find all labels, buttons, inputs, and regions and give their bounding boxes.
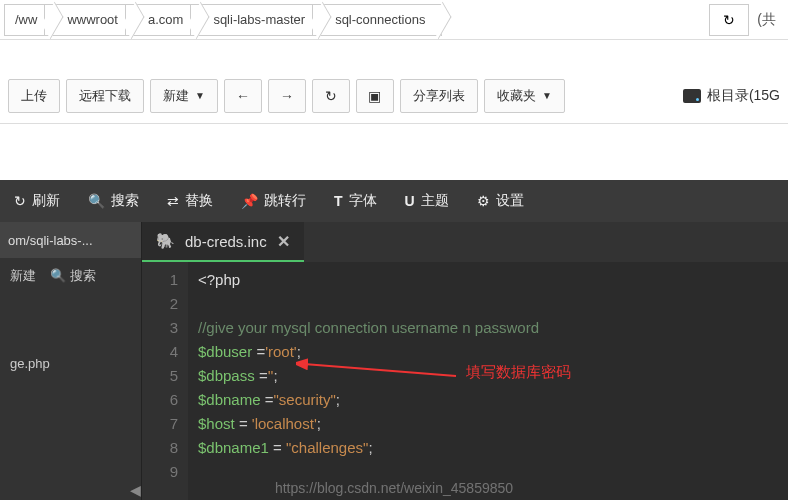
terminal-button[interactable]: ▣ xyxy=(356,79,394,113)
editor-sidebar: om/sqli-labs-... 新建 🔍 搜索 ge.php xyxy=(0,222,142,500)
magnet-icon: U xyxy=(405,193,415,209)
editor-settings-button[interactable]: ⚙设置 xyxy=(463,180,538,222)
editor-toolbar: ↻刷新 🔍搜索 ⇄替换 📌跳转行 T字体 U主题 ⚙设置 xyxy=(0,180,788,222)
editor-theme-button[interactable]: U主题 xyxy=(391,180,463,222)
breadcrumb-extra: (共 xyxy=(749,11,784,29)
editor-font-button[interactable]: T字体 xyxy=(320,180,391,222)
editor-main: 🐘 db-creds.inc ✕ 123456789 <?php //give … xyxy=(142,222,788,500)
line-gutter: 123456789 xyxy=(142,262,188,500)
breadcrumb: /ww wwwroot a.com sqli-labs-master sql-c… xyxy=(0,0,788,40)
font-icon: T xyxy=(334,193,343,209)
remote-download-button[interactable]: 远程下载 xyxy=(66,79,144,113)
refresh-icon: ↻ xyxy=(14,193,26,209)
editor-search-button[interactable]: 🔍搜索 xyxy=(74,180,153,222)
pin-icon: 📌 xyxy=(241,193,258,209)
sidebar-path-tab[interactable]: om/sqli-labs-... xyxy=(0,222,141,258)
tab-filename: db-creds.inc xyxy=(185,233,267,250)
editor-replace-button[interactable]: ⇄替换 xyxy=(153,180,227,222)
replace-icon: ⇄ xyxy=(167,193,179,209)
breadcrumb-item[interactable]: sql-connections xyxy=(312,4,442,36)
root-dir-label: 根目录(15G xyxy=(683,87,780,105)
refresh-button[interactable]: ↻ xyxy=(709,4,749,36)
share-list-button[interactable]: 分享列表 xyxy=(400,79,478,113)
php-icon: 🐘 xyxy=(156,232,175,250)
code-lines[interactable]: <?php //give your mysql connection usern… xyxy=(188,262,788,500)
search-icon: 🔍 xyxy=(88,193,105,209)
breadcrumb-item[interactable]: sqli-labs-master xyxy=(190,4,322,36)
sidebar-tools: 新建 🔍 搜索 xyxy=(0,258,141,294)
upload-button[interactable]: 上传 xyxy=(8,79,60,113)
editor-tabs: 🐘 db-creds.inc ✕ xyxy=(142,222,788,262)
forward-button[interactable]: → xyxy=(268,79,306,113)
editor-tab-active[interactable]: 🐘 db-creds.inc ✕ xyxy=(142,222,304,262)
disk-icon xyxy=(683,89,701,103)
sidebar-new-button[interactable]: 新建 xyxy=(10,267,36,285)
code-editor[interactable]: 123456789 <?php //give your mysql connec… xyxy=(142,262,788,500)
favorites-button[interactable]: 收藏夹▼ xyxy=(484,79,565,113)
gear-icon: ⚙ xyxy=(477,193,490,209)
editor-goto-button[interactable]: 📌跳转行 xyxy=(227,180,320,222)
search-icon: 🔍 xyxy=(50,268,66,283)
sidebar-file-item[interactable]: ge.php xyxy=(0,348,141,379)
annotation-text: 填写数据库密码 xyxy=(466,360,571,384)
editor-area: ↻刷新 🔍搜索 ⇄替换 📌跳转行 T字体 U主题 ⚙设置 om/sqli-lab… xyxy=(0,180,788,500)
collapse-sidebar-icon[interactable]: ◀ xyxy=(130,482,141,498)
new-button[interactable]: 新建▼ xyxy=(150,79,218,113)
sidebar-search-button[interactable]: 🔍 搜索 xyxy=(50,267,96,285)
file-toolbar: 上传 远程下载 新建▼ ← → ↻ ▣ 分享列表 收藏夹▼ 根目录(15G xyxy=(0,68,788,124)
close-icon[interactable]: ✕ xyxy=(277,232,290,251)
watermark: https://blog.csdn.net/weixin_45859850 xyxy=(275,480,513,496)
editor-refresh-button[interactable]: ↻刷新 xyxy=(0,180,74,222)
back-button[interactable]: ← xyxy=(224,79,262,113)
refresh-button[interactable]: ↻ xyxy=(312,79,350,113)
